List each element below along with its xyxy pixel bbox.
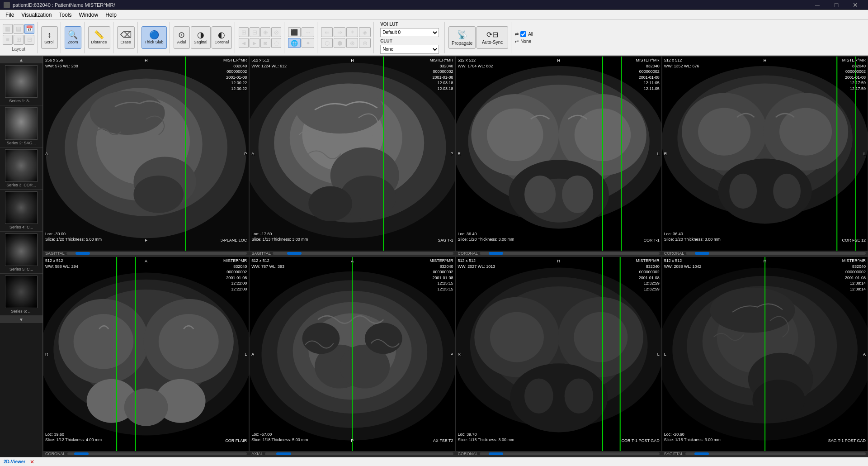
sidebar-scroll-down[interactable]: ▼ xyxy=(0,316,42,323)
view-btn-2[interactable]: ↔ xyxy=(302,27,314,37)
tool-btn-4[interactable]: ⊘ xyxy=(271,27,281,37)
viewport-6[interactable]: 512 x 512 WW: 787 WL: 393 MISTER^MR 8320… xyxy=(249,257,455,457)
tool-btn-2[interactable]: ⊟ xyxy=(250,27,259,37)
extra-btn-7[interactable]: ⊛ xyxy=(346,38,358,48)
menu-window[interactable]: Window xyxy=(75,11,102,19)
series-item-2[interactable]: Series 2: SAG... xyxy=(0,105,42,147)
svg-point-40 xyxy=(698,108,750,155)
viewport-2[interactable]: 512 x 512 WW: 1224 WL: 612 MISTER^MR 832… xyxy=(249,56,455,257)
layout-btn-1[interactable]: ▦ xyxy=(3,24,13,34)
thick-slab-group: 🔵 Thick Slab xyxy=(142,22,170,53)
close-button[interactable]: ✕ xyxy=(846,0,864,10)
viewport-7[interactable]: 512 x 512 WW: 2027 WL: 1013 MISTER^MR 83… xyxy=(456,257,662,457)
view-btn-4[interactable]: ✦ xyxy=(302,38,314,48)
layout-btn-3[interactable]: 📅 xyxy=(24,24,34,34)
scroll-icon: ↕ xyxy=(47,31,52,39)
scroll-track-4[interactable] xyxy=(686,252,866,255)
distance-group: 📏 Distance xyxy=(88,22,113,53)
extra-btn-2[interactable]: ⇒ xyxy=(334,27,345,37)
layout-btn-2[interactable]: ▤ xyxy=(14,24,24,34)
propagate-button[interactable]: 📡 Propagate xyxy=(448,26,476,49)
tool-btn-3[interactable]: ⊕ xyxy=(260,27,270,37)
extra-btn-4[interactable]: ◈ xyxy=(359,27,371,37)
series-item-3[interactable]: Series 3: COR... xyxy=(0,147,42,190)
scroll-track-5[interactable] xyxy=(67,452,247,455)
zoom-button[interactable]: 🔍 Zoom xyxy=(65,26,81,49)
series-item-6[interactable]: Series 6: ... xyxy=(0,274,42,316)
scroll-track-8[interactable] xyxy=(685,452,866,455)
layout-btn-5[interactable]: ⊞ xyxy=(14,35,24,45)
erase-button[interactable]: ⌫ Erase xyxy=(117,26,135,49)
menu-tools[interactable]: Tools xyxy=(56,11,75,19)
minimize-button[interactable]: ─ xyxy=(808,0,826,10)
orientation-group: ⊙ Axial ◑ Sagittal ◐ Coronal xyxy=(174,22,236,53)
distance-icon: 📏 xyxy=(94,31,104,39)
viewport-4[interactable]: 512 x 512 WW: 1352 WL: 676 MISTER^MR 832… xyxy=(662,56,868,257)
scroll-group: ↕ Scroll xyxy=(41,22,61,53)
auto-sync-label: Auto-Sync xyxy=(482,40,503,45)
scroll-track-3[interactable] xyxy=(480,252,660,255)
scroll-thumb-6 xyxy=(276,452,291,455)
series-label-6: Series 6: ... xyxy=(2,309,41,314)
close-viewer-icon[interactable]: ✕ xyxy=(30,459,34,465)
svg-point-91 xyxy=(710,288,795,333)
layout-btn-6[interactable]: ⊟ xyxy=(24,35,34,45)
svg-point-41 xyxy=(779,108,832,155)
viewport-1[interactable]: 256 x 256 WW: 576 WL: 288 MISTER^MR 8320… xyxy=(43,56,249,257)
auto-sync-icon: ⟳⊟ xyxy=(486,30,498,39)
all-checkbox[interactable] xyxy=(520,31,526,37)
scroll-track-1[interactable] xyxy=(66,252,247,255)
extra-btn-5[interactable]: ⬡ xyxy=(321,38,333,48)
menu-file[interactable]: File xyxy=(2,11,18,19)
viewer-label[interactable]: 2D-Viewer xyxy=(4,459,25,464)
series-thumbnail-1 xyxy=(5,65,38,98)
sidebar-scroll-up[interactable]: ▲ xyxy=(0,56,42,63)
vp-scrollbar-4: CORONAL xyxy=(662,251,868,256)
axial-label: Axial xyxy=(177,40,186,44)
viewer-grid: 256 x 256 WW: 576 WL: 288 MISTER^MR 8320… xyxy=(43,56,868,457)
sagittal-button[interactable]: ◑ Sagittal xyxy=(191,26,211,49)
tool-btn-8[interactable]: ◌ xyxy=(271,38,281,48)
coronal-icon: ◐ xyxy=(218,31,225,39)
view-btn-1[interactable]: ⬛ xyxy=(288,27,301,37)
tool-btn-7[interactable]: ◙ xyxy=(260,38,270,48)
coronal-button[interactable]: ◐ Coronal xyxy=(212,26,232,49)
maximize-button[interactable]: □ xyxy=(827,0,845,10)
scroll-button[interactable]: ↕ Scroll xyxy=(41,26,58,49)
scroll-track-7[interactable] xyxy=(480,452,660,455)
extra-btn-6[interactable]: ⬢ xyxy=(334,38,345,48)
menu-visualization[interactable]: Visualization xyxy=(18,11,55,19)
scroll-label: Scroll xyxy=(44,40,55,44)
sidebar: ▲ Series 1: 3-... Series 2: SAG... Serie… xyxy=(0,56,43,457)
viewport-8[interactable]: 512 x 512 WW: 2088 WL: 1042 MISTER^MR 83… xyxy=(662,257,868,457)
tool-btn-1[interactable]: ⊞ xyxy=(239,27,249,37)
series-item-4[interactable]: Series 4: C... xyxy=(0,190,42,232)
thick-slab-button[interactable]: 🔵 Thick Slab xyxy=(142,26,167,49)
zoom-group: 🔍 Zoom xyxy=(65,22,85,53)
viewport-3[interactable]: 512 x 512 WW: 1704 WL: 882 MISTER^MR 832… xyxy=(456,56,662,257)
brain-svg-2 xyxy=(250,57,455,251)
view-btn-3[interactable]: 🌐 xyxy=(288,38,301,48)
tool-btn-6[interactable]: ► xyxy=(250,38,259,48)
tool-btn-5[interactable]: ◄ xyxy=(239,38,249,48)
none-row: ⇄ None xyxy=(515,39,533,44)
distance-button[interactable]: 📏 Distance xyxy=(88,26,110,49)
scroll-track-2[interactable] xyxy=(273,252,453,255)
svg-point-77 xyxy=(490,312,543,362)
clut-select[interactable]: None xyxy=(380,45,439,54)
extra-btn-8[interactable]: ⊚ xyxy=(359,38,371,48)
extra-btn-1[interactable]: ⇐ xyxy=(321,27,333,37)
viewport-5[interactable]: 512 x 512 WW: 588 WL: 294 MISTER^MR 8320… xyxy=(43,257,249,457)
scroll-track-6[interactable] xyxy=(265,452,453,455)
vp-scrollbar-2: SAGITTAL xyxy=(250,251,455,256)
extra-btn-3[interactable]: ⌖ xyxy=(346,27,358,37)
series-item-1[interactable]: Series 1: 3-... xyxy=(0,63,42,105)
voi-lut-select[interactable]: Default 0 xyxy=(380,28,439,37)
menu-help[interactable]: Help xyxy=(102,11,120,19)
layout-btn-4[interactable]: ≡ xyxy=(3,35,13,45)
svg-point-7 xyxy=(133,176,184,213)
axial-button[interactable]: ⊙ Axial xyxy=(174,26,190,49)
auto-sync-button[interactable]: ⟳⊟ Auto-Sync xyxy=(476,26,508,49)
series-item-5[interactable]: Series 5: C... xyxy=(0,232,42,274)
svg-point-31 xyxy=(562,176,593,213)
